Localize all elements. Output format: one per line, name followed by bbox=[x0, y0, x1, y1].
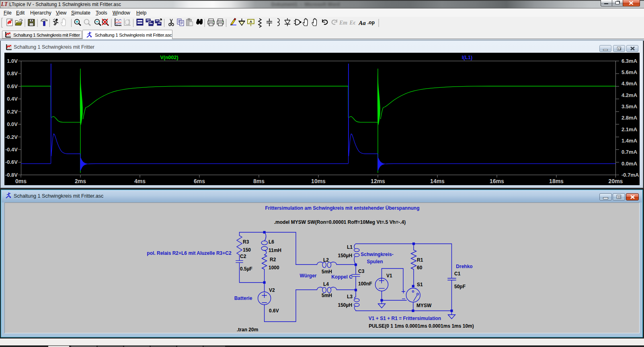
svg-text:Aa: Aa bbox=[358, 20, 366, 26]
svg-text:0ms: 0ms bbox=[15, 178, 27, 184]
svg-text:2.8mA: 2.8mA bbox=[621, 115, 638, 121]
svg-text:150: 150 bbox=[243, 247, 251, 253]
svg-text:2ms: 2ms bbox=[75, 178, 86, 184]
svg-text:3.5mA: 3.5mA bbox=[621, 103, 638, 109]
svg-text:150µH: 150µH bbox=[338, 302, 353, 308]
svg-text:MYSW: MYSW bbox=[416, 303, 432, 308]
svg-text:L2: L2 bbox=[323, 257, 329, 263]
svg-text:5mH: 5mH bbox=[322, 293, 332, 298]
svg-text:0.5µF: 0.5µF bbox=[240, 266, 252, 272]
svg-text:0.0mA: 0.0mA bbox=[621, 161, 638, 167]
svg-text:.tran 20m: .tran 20m bbox=[237, 327, 258, 333]
svg-text:-0.7mA: -0.7mA bbox=[621, 172, 639, 178]
svg-text:Em: Em bbox=[339, 20, 347, 26]
svg-text:V1: V1 bbox=[386, 273, 392, 279]
svg-text:R3: R3 bbox=[243, 239, 249, 245]
svg-text:Batterie: Batterie bbox=[234, 295, 252, 301]
svg-text:0.8V: 0.8V bbox=[7, 70, 18, 76]
svg-text:10ms: 10ms bbox=[311, 178, 326, 184]
svg-text:C1: C1 bbox=[454, 271, 461, 277]
svg-text:LT: LT bbox=[1, 1, 8, 7]
svg-text:0.7mA: 0.7mA bbox=[621, 149, 638, 155]
svg-text:I(L1): I(L1) bbox=[462, 55, 472, 60]
svg-text:5.6mA: 5.6mA bbox=[621, 69, 638, 75]
svg-text:0.4V: 0.4V bbox=[7, 96, 18, 102]
svg-text:150µH: 150µH bbox=[338, 253, 353, 258]
svg-text:1.0V: 1.0V bbox=[7, 58, 18, 64]
svg-text:-0.2V: -0.2V bbox=[5, 134, 18, 140]
svg-text:L4: L4 bbox=[323, 281, 329, 287]
svg-text:Drehko: Drehko bbox=[456, 264, 472, 269]
svg-text:V2: V2 bbox=[269, 287, 275, 293]
svg-text:0.2V: 0.2V bbox=[7, 109, 18, 115]
svg-text:.model MYSW SW(Ron=0.00001 Rof: .model MYSW SW(Ron=0.00001 Roff=10Meg Vt… bbox=[274, 219, 406, 225]
svg-text:S1: S1 bbox=[417, 282, 423, 287]
svg-text:100nF: 100nF bbox=[358, 281, 372, 287]
svg-text:PULSE(0 1 1ms 0.0001ms 0.0001m: PULSE(0 1 1ms 0.0001ms 0.0001ms 1ms 10m) bbox=[369, 323, 474, 329]
svg-text:2.1mA: 2.1mA bbox=[621, 126, 638, 132]
svg-text:18ms: 18ms bbox=[549, 178, 564, 184]
svg-text:16ms: 16ms bbox=[490, 178, 504, 184]
svg-text:L3: L3 bbox=[347, 294, 353, 299]
svg-text:-0.8V: -0.8V bbox=[5, 172, 18, 178]
svg-text:0.6V: 0.6V bbox=[7, 83, 18, 89]
svg-text:11mH: 11mH bbox=[269, 248, 281, 253]
svg-text:0.0V: 0.0V bbox=[7, 121, 18, 127]
svg-text:Frittersimulation am Schwingkr: Frittersimulation am Schwingkreis mit en… bbox=[265, 205, 419, 211]
svg-text:6ms: 6ms bbox=[194, 178, 205, 184]
svg-text:14ms: 14ms bbox=[430, 178, 445, 184]
svg-text:-0.6V: -0.6V bbox=[5, 159, 18, 165]
svg-text:pol. Relais R2+L6 mit Aluzelle: pol. Relais R2+L6 mit Aluzelle R3+C2 bbox=[147, 250, 232, 256]
svg-text:0.6V: 0.6V bbox=[269, 308, 279, 314]
svg-text:R2: R2 bbox=[270, 257, 276, 262]
svg-text:20ms: 20ms bbox=[609, 178, 623, 184]
svg-text:Eϵ: Eϵ bbox=[349, 20, 356, 26]
svg-text:50pF: 50pF bbox=[454, 284, 466, 289]
svg-text:L6: L6 bbox=[269, 239, 274, 245]
svg-text:Würger: Würger bbox=[300, 273, 317, 279]
svg-text:C2: C2 bbox=[240, 254, 246, 259]
svg-text:6.3mA: 6.3mA bbox=[621, 58, 638, 64]
svg-text:4.2mA: 4.2mA bbox=[621, 92, 638, 98]
svg-text:Schwingkreis-: Schwingkreis- bbox=[361, 252, 393, 257]
svg-text:60: 60 bbox=[417, 265, 422, 271]
svg-text:C3: C3 bbox=[358, 269, 365, 274]
svg-text:4.9mA: 4.9mA bbox=[621, 81, 638, 87]
svg-text:V1 + S1 + R1 = Frittersimulati: V1 + S1 + R1 = Frittersimulation bbox=[369, 316, 441, 321]
svg-text:1000: 1000 bbox=[269, 265, 279, 271]
svg-text:4ms: 4ms bbox=[134, 178, 146, 184]
svg-text:5mH: 5mH bbox=[322, 269, 332, 275]
svg-text:8ms: 8ms bbox=[253, 178, 265, 184]
svg-text:.op: .op bbox=[367, 20, 375, 25]
svg-text:-0.4V: -0.4V bbox=[5, 147, 18, 153]
svg-text:12ms: 12ms bbox=[371, 178, 385, 184]
svg-text:R1: R1 bbox=[417, 257, 423, 263]
svg-text:Koppel C: Koppel C bbox=[331, 274, 353, 280]
svg-text:L1: L1 bbox=[347, 244, 353, 250]
svg-text:A: A bbox=[250, 20, 252, 24]
svg-text:Spulen: Spulen bbox=[367, 259, 383, 264]
svg-text:V(n002): V(n002) bbox=[160, 55, 178, 60]
svg-text:1.4mA: 1.4mA bbox=[621, 138, 638, 144]
